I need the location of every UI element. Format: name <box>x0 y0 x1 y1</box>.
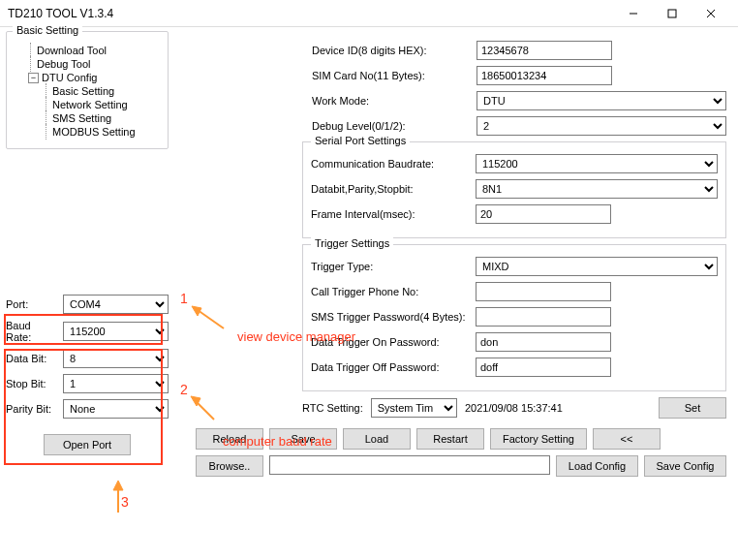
trigger-legend: Trigger Settings <box>311 237 393 249</box>
back-button[interactable]: << <box>593 428 661 450</box>
trigger-onpw-input[interactable] <box>476 332 611 352</box>
tree-item-dtu[interactable]: −DTU Config <box>15 71 160 84</box>
parity-row: Parity Bit: None <box>6 399 169 419</box>
port-row: Port: COM4 <box>6 295 169 314</box>
save-button[interactable]: Save <box>269 428 337 450</box>
config-path-input[interactable] <box>269 455 550 475</box>
tree-group: Basic Setting Download Tool Debug Tool −… <box>6 31 169 149</box>
trigger-fieldset: Trigger Settings Trigger Type: MIXD Call… <box>302 244 726 391</box>
open-port-button[interactable]: Open Port <box>44 434 131 455</box>
save-config-button[interactable]: Save Config <box>644 455 726 477</box>
debuglevel-select[interactable]: 2 <box>477 116 726 136</box>
trigger-offpw-label: Data Trigger Off Password: <box>311 361 476 373</box>
collapse-icon[interactable]: − <box>28 73 39 83</box>
minimize-button[interactable] <box>614 0 653 27</box>
close-button[interactable] <box>692 0 730 27</box>
rtc-set-button[interactable]: Set <box>659 397 726 419</box>
reload-button[interactable]: Reload <box>196 428 263 450</box>
device-id-label: Device ID(8 digits HEX): <box>312 45 477 56</box>
debuglevel-label: Debug Level(0/1/2): <box>312 120 477 132</box>
browse-button[interactable]: Browse.. <box>196 455 263 477</box>
sim-label: SIM Card No(11 Bytes): <box>312 70 477 81</box>
serial-fieldset: Serial Port Settings Communication Baudr… <box>302 141 726 238</box>
tree-legend: Basic Setting <box>13 24 82 36</box>
trigger-smspw-input[interactable] <box>476 307 611 327</box>
baud-select[interactable]: 115200 <box>63 322 169 341</box>
stopbit-label: Stop Bit: <box>6 378 59 389</box>
baud-label: Baud Rate: <box>6 320 59 343</box>
titlebar: TD210 TOOL V1.3.4 <box>0 0 738 27</box>
databit-select[interactable]: 8 <box>63 349 169 368</box>
trigger-offpw-input[interactable] <box>476 358 611 377</box>
tree-item-debug[interactable]: Debug Tool <box>15 57 160 71</box>
window-title: TD210 TOOL V1.3.4 <box>8 7 614 20</box>
comm-baud-select[interactable]: 115200 <box>476 154 718 173</box>
window-controls <box>614 0 730 27</box>
stopbit-row: Stop Bit: 1 <box>6 374 169 393</box>
dps-label: Databit,Parity,Stopbit: <box>311 183 476 195</box>
parity-label: Parity Bit: <box>6 403 59 415</box>
port-select[interactable]: COM4 <box>63 295 169 314</box>
load-button[interactable]: Load <box>343 428 411 450</box>
trigger-phone-input[interactable] <box>476 282 611 301</box>
tree-item-modbus[interactable]: MODBUS Setting <box>15 125 160 139</box>
trigger-smspw-label: SMS Trigger Password(4 Bytes): <box>311 311 476 323</box>
stopbit-select[interactable]: 1 <box>63 374 169 393</box>
sim-input[interactable] <box>477 66 612 85</box>
device-id-row: Device ID(8 digits HEX): <box>312 41 726 60</box>
parity-select[interactable]: None <box>63 399 169 419</box>
trigger-phone-label: Call Trigger Phone No: <box>311 286 476 297</box>
maximize-button[interactable] <box>653 0 692 27</box>
frame-input[interactable] <box>476 204 611 224</box>
mode-row: Work Mode: DTU <box>312 91 726 110</box>
tree-item-sms[interactable]: SMS Setting <box>15 111 160 125</box>
trigger-onpw-label: Data Trigger On Password: <box>311 336 476 348</box>
device-id-input[interactable] <box>477 41 612 60</box>
port-label: Port: <box>6 298 59 310</box>
comm-baud-label: Communication Baudrate: <box>311 158 476 170</box>
load-config-button[interactable]: Load Config <box>556 455 638 477</box>
rtc-label: RTC Setting: <box>302 402 363 414</box>
baud-row: Baud Rate: 115200 <box>6 320 169 343</box>
restart-button[interactable]: Restart <box>416 428 484 450</box>
svg-rect-1 <box>668 10 676 17</box>
rtc-time: 2021/09/08 15:37:41 <box>465 402 563 414</box>
databit-row: Data Bit: 8 <box>6 349 169 368</box>
databit-label: Data Bit: <box>6 353 59 364</box>
mode-select[interactable]: DTU <box>477 91 726 110</box>
dps-select[interactable]: 8N1 <box>476 179 718 199</box>
mode-label: Work Mode: <box>312 95 477 107</box>
tree-item-basic[interactable]: Basic Setting <box>15 84 160 98</box>
serial-legend: Serial Port Settings <box>311 135 410 146</box>
tree-item-network[interactable]: Network Setting <box>15 98 160 111</box>
debuglevel-row: Debug Level(0/1/2): 2 <box>312 116 726 136</box>
frame-label: Frame Interval(msec): <box>311 208 476 220</box>
trigger-type-select[interactable]: MIXD <box>476 257 718 276</box>
tree-item-download[interactable]: Download Tool <box>15 44 160 57</box>
rtc-mode-select[interactable]: System Tim <box>371 398 457 418</box>
trigger-type-label: Trigger Type: <box>311 261 476 272</box>
sim-row: SIM Card No(11 Bytes): <box>312 66 726 85</box>
factory-button[interactable]: Factory Setting <box>490 428 587 450</box>
